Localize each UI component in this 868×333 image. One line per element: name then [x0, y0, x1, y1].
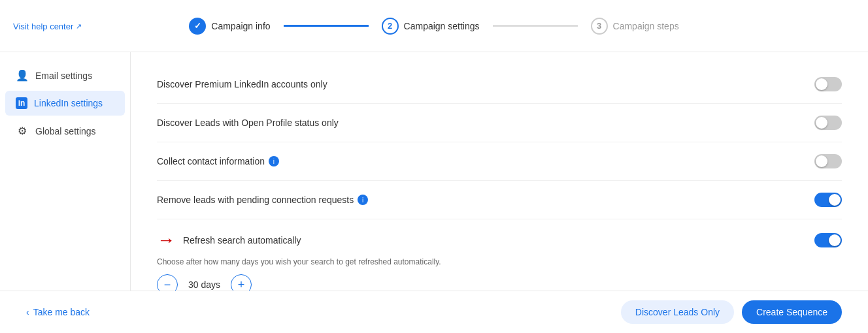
pending-setting-label: Remove leads with pending connection req… [157, 195, 368, 205]
checkmark-icon: ✓ [194, 21, 201, 31]
connector-2 [493, 25, 578, 27]
contact-toggle[interactable] [814, 154, 842, 168]
sidebar-item-linkedin[interactable]: in LinkedIn settings [5, 91, 125, 116]
refresh-toggle[interactable] [814, 233, 842, 247]
create-sequence-button[interactable]: Create Sequence [742, 300, 842, 324]
refresh-row: → Refresh search automatically [157, 219, 842, 255]
sidebar-global-label: Global settings [35, 126, 96, 136]
days-plus-button[interactable]: + [231, 274, 252, 291]
step-2: 2 Campaign settings [369, 18, 578, 35]
main-layout: 👤 Email settings in LinkedIn settings ⚙ … [0, 52, 868, 291]
days-value: 30 days [178, 279, 231, 290]
step-3: 3 Campaign steps [578, 18, 692, 35]
sidebar-item-email[interactable]: 👤 Email settings [5, 63, 125, 88]
sidebar-email-label: Email settings [35, 71, 92, 81]
refresh-sub-label: Choose after how many days you wish your… [157, 255, 842, 274]
step-2-circle: 2 [382, 18, 399, 35]
linkedin-settings-icon: in [16, 97, 27, 109]
refresh-section: → Refresh search automatically Choose af… [157, 219, 842, 291]
pending-setting-row: Remove leads with pending connection req… [157, 181, 842, 219]
premium-setting-label: Discover Premium LinkedIn accounts only [157, 79, 327, 89]
help-link-text: Visit help center [13, 21, 73, 31]
step-3-number: 3 [597, 21, 601, 31]
sidebar: 👤 Email settings in LinkedIn settings ⚙ … [0, 52, 131, 291]
footer-actions: Discover Leads Only Create Sequence [621, 300, 842, 324]
steps-nav: ✓ Campaign info 2 Campaign settings 3 [176, 18, 692, 35]
content-area: Discover Premium LinkedIn accounts only … [131, 52, 868, 291]
email-settings-icon: 👤 [16, 69, 29, 82]
global-settings-icon: ⚙ [16, 125, 29, 137]
back-button[interactable]: ‹ Take me back [26, 307, 90, 317]
red-arrow-icon: → [157, 231, 175, 249]
step-3-label: Campaign steps [613, 21, 679, 31]
step-1: ✓ Campaign info [176, 18, 368, 35]
premium-toggle[interactable] [814, 77, 842, 91]
sidebar-item-global[interactable]: ⚙ Global settings [5, 118, 125, 144]
help-link[interactable]: Visit help center ↗ [13, 21, 82, 31]
days-minus-button[interactable]: − [157, 274, 178, 291]
back-chevron-icon: ‹ [26, 307, 29, 317]
days-control: − 30 days + [157, 274, 842, 291]
refresh-label-group: → Refresh search automatically [157, 231, 301, 249]
sidebar-linkedin-label: LinkedIn settings [34, 98, 103, 108]
pending-info-icon[interactable]: i [358, 195, 368, 205]
step-2-label: Campaign settings [404, 21, 480, 31]
contact-setting-label: Collect contact information i [157, 156, 279, 166]
step-2-number: 2 [388, 21, 392, 31]
step-3-circle: 3 [591, 18, 608, 35]
connector-1 [284, 25, 369, 27]
top-bar: Visit help center ↗ ✓ Campaign info 2 Ca… [0, 0, 868, 52]
contact-setting-row: Collect contact information i [157, 142, 842, 181]
open-profile-toggle[interactable] [814, 116, 842, 130]
external-link-icon: ↗ [76, 22, 82, 30]
back-label: Take me back [33, 307, 90, 317]
pending-toggle[interactable] [814, 193, 842, 207]
open-profile-setting-row: Discover Leads with Open Profile status … [157, 104, 842, 142]
discover-leads-button[interactable]: Discover Leads Only [621, 300, 734, 324]
contact-info-icon[interactable]: i [269, 156, 279, 166]
open-profile-setting-label: Discover Leads with Open Profile status … [157, 118, 339, 128]
step-1-circle: ✓ [189, 18, 206, 35]
premium-setting-row: Discover Premium LinkedIn accounts only [157, 65, 842, 104]
step-1-label: Campaign info [211, 21, 270, 31]
footer: ‹ Take me back Discover Leads Only Creat… [0, 291, 868, 333]
refresh-label: Refresh search automatically [183, 235, 301, 246]
